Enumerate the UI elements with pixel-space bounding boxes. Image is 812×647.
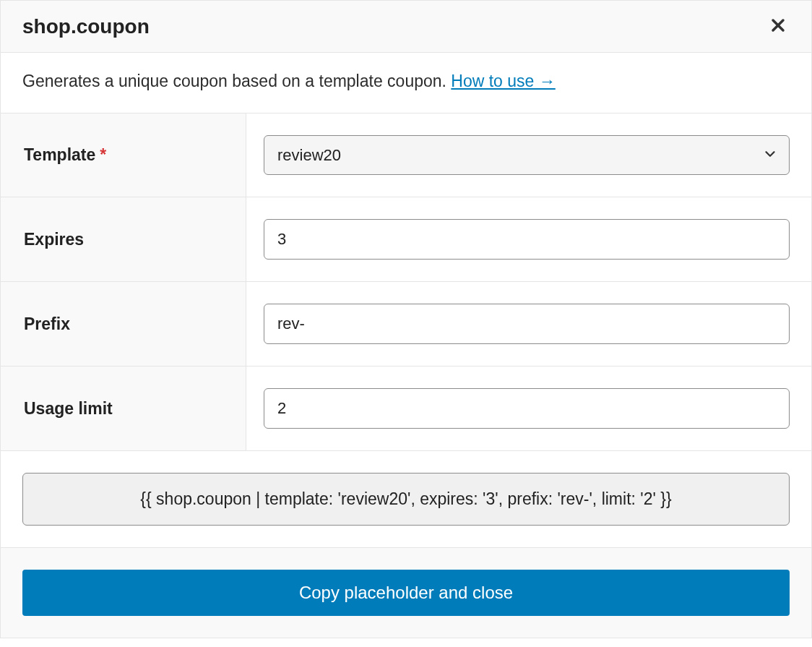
- modal-header: shop.coupon: [1, 1, 811, 53]
- copy-placeholder-button[interactable]: Copy placeholder and close: [22, 570, 790, 616]
- code-preview: {{ shop.coupon | template: 'review20', e…: [22, 473, 790, 526]
- prefix-input[interactable]: [264, 304, 790, 344]
- coupon-modal: shop.coupon Generates a unique coupon ba…: [0, 0, 812, 638]
- usage-limit-input[interactable]: [264, 388, 790, 429]
- how-to-use-link[interactable]: How to use →: [451, 72, 555, 90]
- expires-label: Expires: [1, 197, 246, 281]
- prefix-label-text: Prefix: [24, 314, 70, 334]
- form-row-usage-limit: Usage limit: [1, 367, 811, 451]
- prefix-field-wrap: [246, 282, 811, 366]
- template-select-wrapper: review20: [264, 135, 790, 175]
- template-label-text: Template: [24, 145, 95, 165]
- expires-input[interactable]: [264, 219, 790, 260]
- template-label: Template *: [1, 113, 246, 197]
- usage-limit-field-wrap: [246, 367, 811, 450]
- required-asterisk: *: [100, 145, 106, 165]
- usage-limit-label-text: Usage limit: [24, 399, 113, 419]
- close-button[interactable]: [766, 14, 790, 39]
- modal-footer: Copy placeholder and close: [1, 548, 811, 638]
- form-row-prefix: Prefix: [1, 282, 811, 367]
- usage-limit-label: Usage limit: [1, 367, 246, 450]
- expires-label-text: Expires: [24, 230, 84, 249]
- form-row-template: Template * review20: [1, 113, 811, 197]
- description-text: Generates a unique coupon based on a tem…: [22, 72, 451, 90]
- prefix-label: Prefix: [1, 282, 246, 366]
- form-row-expires: Expires: [1, 197, 811, 282]
- expires-field-wrap: [246, 197, 811, 281]
- description: Generates a unique coupon based on a tem…: [1, 53, 811, 113]
- modal-title: shop.coupon: [22, 15, 150, 38]
- template-field-wrap: review20: [246, 113, 811, 197]
- template-select[interactable]: review20: [264, 135, 790, 175]
- close-icon: [769, 25, 787, 36]
- code-preview-row: {{ shop.coupon | template: 'review20', e…: [1, 451, 811, 548]
